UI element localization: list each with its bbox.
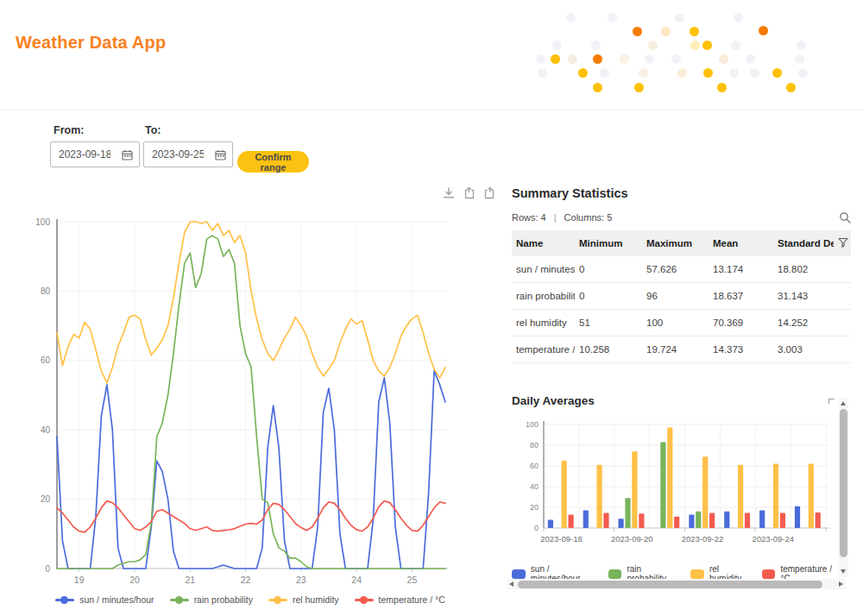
legend-item: rel humidity	[268, 594, 339, 605]
decorative-dot	[795, 54, 804, 64]
from-date-input[interactable]	[59, 148, 110, 160]
svg-text:25: 25	[407, 575, 418, 585]
table-header-cell: Name	[512, 230, 575, 256]
decorative-dot	[719, 54, 728, 64]
to-date-input[interactable]	[152, 148, 204, 160]
decorative-dot	[729, 68, 739, 78]
legend-swatch	[512, 569, 526, 579]
svg-text:23: 23	[296, 575, 306, 585]
svg-text:100: 100	[35, 217, 50, 227]
decorative-dot	[591, 41, 601, 50]
summary-table: NameMinimumMaximumMeanStandard De… sun /…	[512, 230, 851, 363]
decorative-dot	[703, 68, 713, 78]
table-cell: rel humidity	[512, 310, 575, 336]
to-date-box[interactable]	[143, 141, 233, 167]
bar	[724, 512, 729, 528]
table-row: temperature / …10.25819.72414.3733.003	[512, 336, 851, 363]
decorative-dot	[786, 83, 796, 92]
legend-label: rain probability	[194, 594, 253, 605]
daily-averages-title: Daily Averages	[512, 394, 595, 407]
bar	[745, 513, 750, 528]
legend-item: sun / minutes/hour	[55, 594, 154, 605]
legend-line-marker	[268, 599, 287, 601]
table-cell: 10.258	[575, 336, 642, 363]
table-cell: 31.143	[773, 283, 834, 310]
svg-text:60: 60	[530, 462, 539, 470]
svg-text:100: 100	[526, 420, 539, 429]
download-icon[interactable]	[442, 186, 456, 200]
filter-icon[interactable]	[838, 237, 848, 248]
decorative-dot	[578, 68, 588, 78]
bar-chart[interactable]: 0204060801002023-09-182023-09-202023-09-…	[509, 410, 833, 555]
meta-separator: |	[554, 212, 557, 223]
table-cell: 0	[575, 256, 642, 283]
calendar-icon[interactable]	[122, 149, 133, 160]
decorative-dot	[717, 83, 727, 92]
table-cell: rain probability	[512, 283, 575, 310]
horizontal-scrollbar[interactable]	[507, 579, 846, 589]
svg-text:40: 40	[530, 482, 539, 491]
bar	[548, 519, 553, 528]
svg-text:60: 60	[41, 355, 51, 365]
bar	[625, 498, 630, 528]
summary-meta: Rows: 4 | Columns: 5	[512, 211, 851, 223]
decorative-dot	[772, 68, 782, 78]
bar	[709, 513, 715, 528]
from-label: From:	[54, 124, 84, 136]
decorative-dot	[538, 68, 547, 78]
decorative-dot	[568, 54, 577, 64]
zoom-reset-right-icon[interactable]	[482, 186, 495, 200]
decorative-dot	[690, 41, 700, 50]
horizontal-scroll-thumb[interactable]	[518, 581, 822, 588]
svg-text:2023-09-18: 2023-09-18	[540, 534, 583, 544]
zoom-reset-left-icon[interactable]	[462, 186, 476, 200]
confirm-range-button[interactable]: Confirm range	[237, 151, 309, 173]
svg-text:2023-09-24: 2023-09-24	[752, 534, 794, 544]
svg-text:24: 24	[351, 575, 362, 585]
legend-swatch	[762, 569, 776, 579]
decorative-dot	[675, 13, 684, 22]
scroll-right-arrow[interactable]	[839, 581, 843, 587]
bar	[639, 513, 644, 528]
calendar-icon[interactable]	[215, 149, 226, 160]
svg-text:80: 80	[41, 286, 51, 296]
svg-text:0: 0	[45, 564, 50, 574]
decorative-dot	[648, 41, 658, 50]
decorative-dot	[661, 27, 671, 36]
line-chart[interactable]: 02040608010019202122232425	[35, 211, 466, 591]
bar	[702, 456, 708, 528]
legend-item: rain probability	[170, 594, 253, 605]
bar	[603, 513, 608, 528]
bar	[780, 513, 785, 528]
from-date-box[interactable]	[50, 141, 140, 167]
decorative-dot	[566, 13, 576, 22]
bar	[738, 465, 743, 528]
search-icon[interactable]	[839, 211, 851, 223]
decorative-dot	[608, 13, 617, 22]
decorative-dot	[645, 54, 654, 64]
decorative-dot	[639, 68, 648, 78]
svg-text:40: 40	[41, 425, 51, 435]
bar	[569, 514, 574, 528]
legend-item: temperature / °C	[355, 594, 445, 605]
vertical-scrollbar[interactable]	[839, 398, 848, 577]
decorative-dot	[671, 54, 681, 64]
svg-text:80: 80	[530, 441, 539, 449]
legend-label: temperature / °C	[379, 594, 445, 605]
table-cell: 51	[575, 310, 642, 336]
scroll-up-arrow[interactable]	[841, 401, 846, 405]
table-cell-empty	[834, 310, 851, 336]
decorative-dot	[633, 27, 642, 36]
legend-swatch	[690, 569, 704, 579]
decorative-dot	[634, 83, 644, 92]
vertical-scroll-thumb[interactable]	[840, 409, 847, 557]
svg-text:2023-09-20: 2023-09-20	[611, 534, 653, 544]
decorative-dot	[759, 26, 768, 35]
scroll-left-arrow[interactable]	[509, 581, 513, 587]
table-cell: 0	[575, 283, 642, 310]
scroll-down-arrow[interactable]	[841, 569, 846, 574]
decorative-dots	[518, 4, 863, 104]
bar	[632, 451, 637, 528]
table-cell: 13.174	[709, 256, 773, 283]
decorative-dot	[731, 41, 740, 50]
